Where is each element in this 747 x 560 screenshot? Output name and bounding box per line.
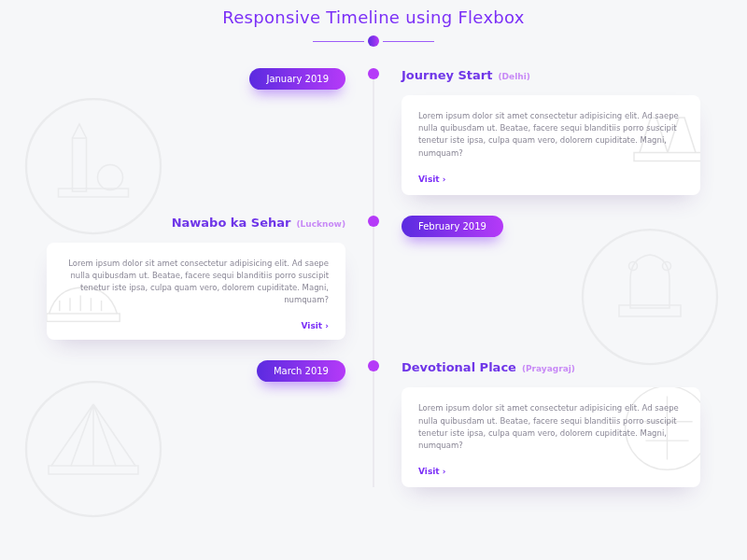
svg-rect-9 [47,314,120,321]
visit-link[interactable]: Visit › [418,175,445,184]
svg-rect-6 [619,305,681,316]
entry-location: (Delhi) [498,72,529,81]
timeline-entry: Nawabo ka Sehar (Lucknow) Lorem ipsum do… [33,216,714,341]
entry-card: Lorem ipsum dolor sit amet consectetur a… [47,243,345,341]
entry-body: Lorem ipsum dolor sit amet consectetur a… [63,258,329,307]
entry-card: Lorem ipsum dolor sit amet consectetur a… [402,95,700,195]
entry-location: (Lucknow) [296,219,345,229]
svg-rect-3 [59,189,129,197]
svg-point-0 [26,99,161,233]
visit-link[interactable]: Visit › [302,321,329,330]
svg-point-2 [98,165,123,190]
entry-card: Lorem ipsum dolor sit amet consectetur a… [402,387,700,487]
timeline-marker [368,360,379,371]
entry-title: Devotional Place [402,360,516,374]
entry-heading: Nawabo ka Sehar (Lucknow) [172,216,345,230]
entry-body: Lorem ipsum dolor sit amet consectetur a… [418,402,684,452]
page-title: Responsive Timeline using Flexbox [0,7,747,27]
title-underline-dot [368,35,379,47]
timeline: January 2019 Journey Start (Delhi) Lorem… [33,68,714,487]
timeline-entry: January 2019 Journey Start (Delhi) Lorem… [33,68,714,195]
entry-title: Nawabo ka Sehar [172,216,291,230]
entry-heading: Journey Start (Delhi) [402,68,530,82]
visit-link[interactable]: Visit › [418,467,445,476]
monument-illustration [580,227,720,367]
date-pill: January 2019 [249,68,345,90]
date-pill: February 2019 [402,216,503,237]
monument-illustration [23,379,163,519]
entry-heading: Devotional Place (Prayagraj) [402,360,575,374]
timeline-marker [368,68,379,79]
entry-title: Journey Start [402,68,492,82]
timeline-marker [368,216,379,227]
date-pill: March 2019 [257,360,345,382]
svg-point-5 [583,230,717,364]
svg-rect-11 [49,466,138,474]
svg-rect-1 [73,138,87,191]
entry-body: Lorem ipsum dolor sit amet consectetur a… [418,110,684,160]
title-underline [313,35,434,48]
entry-location: (Prayagraj) [522,364,575,373]
timeline-entry: March 2019 Devotional Place (Prayagraj) … [33,360,714,487]
